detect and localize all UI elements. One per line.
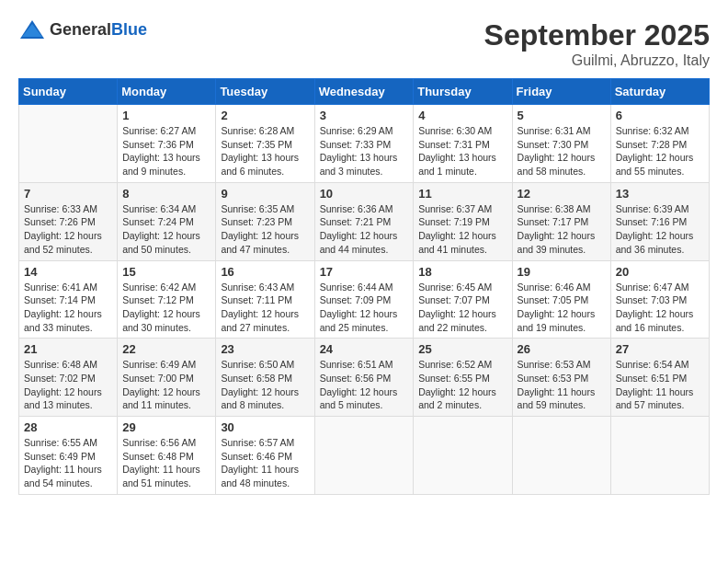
logo-general: General [50,20,111,39]
day-info: Sunrise: 6:32 AMSunset: 7:28 PMDaylight:… [616,124,704,178]
table-row: 3Sunrise: 6:29 AMSunset: 7:33 PMDaylight… [314,105,414,183]
table-row: 29Sunrise: 6:56 AMSunset: 6:48 PMDayligh… [118,417,216,495]
table-row: 7Sunrise: 6:33 AMSunset: 7:26 PMDaylight… [19,182,118,260]
day-number: 12 [518,187,606,201]
calendar-week-row: 21Sunrise: 6:48 AMSunset: 7:02 PMDayligh… [19,339,710,417]
table-row: 21Sunrise: 6:48 AMSunset: 7:02 PMDayligh… [19,339,118,417]
day-number: 4 [418,109,506,122]
table-row: 13Sunrise: 6:39 AMSunset: 7:16 PMDayligh… [610,182,709,260]
day-number: 28 [24,420,112,434]
day-number: 9 [221,187,309,201]
table-row: 2Sunrise: 6:28 AMSunset: 7:35 PMDaylight… [216,105,314,183]
day-number: 5 [518,109,606,122]
day-info: Sunrise: 6:47 AMSunset: 7:03 PMDaylight:… [616,281,704,335]
day-info: Sunrise: 6:29 AMSunset: 7:33 PMDaylight:… [320,124,409,178]
day-number: 15 [122,265,210,279]
day-number: 25 [418,342,506,356]
table-row: 9Sunrise: 6:35 AMSunset: 7:23 PMDaylight… [216,182,314,260]
day-info: Sunrise: 6:50 AMSunset: 6:58 PMDaylight:… [221,358,309,412]
day-number: 19 [518,265,606,279]
day-info: Sunrise: 6:27 AMSunset: 7:36 PMDaylight:… [122,124,210,178]
table-row: 16Sunrise: 6:43 AMSunset: 7:11 PMDayligh… [216,260,314,339]
table-row: 19Sunrise: 6:46 AMSunset: 7:05 PMDayligh… [512,260,610,339]
day-info: Sunrise: 6:51 AMSunset: 6:56 PMDaylight:… [320,358,409,412]
day-info: Sunrise: 6:30 AMSunset: 7:31 PMDaylight:… [418,124,506,178]
day-number: 26 [518,342,606,356]
day-info: Sunrise: 6:43 AMSunset: 7:11 PMDaylight:… [221,281,309,335]
header-wednesday: Wednesday [314,79,414,105]
day-number: 21 [24,342,112,356]
header-sunday: Sunday [19,79,118,105]
table-row: 8Sunrise: 6:34 AMSunset: 7:24 PMDaylight… [118,182,216,260]
day-number: 18 [418,265,506,279]
table-row: 26Sunrise: 6:53 AMSunset: 6:53 PMDayligh… [512,339,610,417]
table-row [414,417,512,495]
table-row [314,417,414,495]
header-saturday: Saturday [610,79,709,105]
day-info: Sunrise: 6:46 AMSunset: 7:05 PMDaylight:… [518,281,606,335]
day-info: Sunrise: 6:34 AMSunset: 7:24 PMDaylight:… [122,202,210,257]
day-info: Sunrise: 6:44 AMSunset: 7:09 PMDaylight:… [320,281,409,335]
table-row: 23Sunrise: 6:50 AMSunset: 6:58 PMDayligh… [216,339,314,417]
day-number: 1 [122,109,210,122]
day-info: Sunrise: 6:52 AMSunset: 6:55 PMDaylight:… [418,358,506,412]
table-row: 4Sunrise: 6:30 AMSunset: 7:31 PMDaylight… [414,105,512,183]
table-row: 6Sunrise: 6:32 AMSunset: 7:28 PMDaylight… [610,105,709,183]
day-number: 14 [24,265,112,279]
day-number: 30 [221,420,309,434]
day-number: 23 [221,342,309,356]
day-number: 17 [320,265,409,279]
day-info: Sunrise: 6:35 AMSunset: 7:23 PMDaylight:… [221,202,309,257]
day-number: 22 [122,342,210,356]
day-info: Sunrise: 6:56 AMSunset: 6:48 PMDaylight:… [122,436,210,490]
calendar-week-row: 1Sunrise: 6:27 AMSunset: 7:36 PMDaylight… [19,105,710,183]
table-row: 24Sunrise: 6:51 AMSunset: 6:56 PMDayligh… [314,339,414,417]
logo: GeneralBlue [18,18,147,40]
day-info: Sunrise: 6:36 AMSunset: 7:21 PMDaylight:… [320,202,409,257]
header-monday: Monday [118,79,216,105]
table-row: 28Sunrise: 6:55 AMSunset: 6:49 PMDayligh… [19,417,118,495]
calendar-table: Sunday Monday Tuesday Wednesday Thursday… [18,78,710,495]
table-row: 12Sunrise: 6:38 AMSunset: 7:17 PMDayligh… [512,182,610,260]
table-row: 22Sunrise: 6:49 AMSunset: 7:00 PMDayligh… [118,339,216,417]
day-number: 20 [616,265,704,279]
calendar-week-row: 7Sunrise: 6:33 AMSunset: 7:26 PMDaylight… [19,182,710,260]
table-row [512,417,610,495]
table-row [610,417,709,495]
table-row: 20Sunrise: 6:47 AMSunset: 7:03 PMDayligh… [610,260,709,339]
day-info: Sunrise: 6:31 AMSunset: 7:30 PMDaylight:… [518,124,606,178]
table-row: 17Sunrise: 6:44 AMSunset: 7:09 PMDayligh… [314,260,414,339]
day-number: 29 [122,420,210,434]
table-row: 15Sunrise: 6:42 AMSunset: 7:12 PMDayligh… [118,260,216,339]
day-info: Sunrise: 6:48 AMSunset: 7:02 PMDaylight:… [24,358,112,412]
header-thursday: Thursday [414,79,512,105]
day-number: 13 [616,187,704,201]
table-row: 1Sunrise: 6:27 AMSunset: 7:36 PMDaylight… [118,105,216,183]
header-friday: Friday [512,79,610,105]
day-info: Sunrise: 6:42 AMSunset: 7:12 PMDaylight:… [122,281,210,335]
logo-blue: Blue [111,20,147,39]
day-number: 10 [320,187,409,201]
day-info: Sunrise: 6:45 AMSunset: 7:07 PMDaylight:… [418,281,506,335]
header-tuesday: Tuesday [216,79,314,105]
day-info: Sunrise: 6:37 AMSunset: 7:19 PMDaylight:… [418,202,506,257]
day-number: 16 [221,265,309,279]
day-info: Sunrise: 6:49 AMSunset: 7:00 PMDaylight:… [122,358,210,412]
table-row: 10Sunrise: 6:36 AMSunset: 7:21 PMDayligh… [314,182,414,260]
day-info: Sunrise: 6:57 AMSunset: 6:46 PMDaylight:… [221,436,309,490]
table-row: 14Sunrise: 6:41 AMSunset: 7:14 PMDayligh… [19,260,118,339]
day-number: 11 [418,187,506,201]
day-number: 6 [616,109,704,122]
title-area: September 2025 Guilmi, Abruzzo, Italy [484,18,710,69]
day-info: Sunrise: 6:41 AMSunset: 7:14 PMDaylight:… [24,281,112,335]
table-row: 27Sunrise: 6:54 AMSunset: 6:51 PMDayligh… [610,339,709,417]
day-info: Sunrise: 6:55 AMSunset: 6:49 PMDaylight:… [24,436,112,490]
table-row: 11Sunrise: 6:37 AMSunset: 7:19 PMDayligh… [414,182,512,260]
day-number: 7 [24,187,112,201]
day-number: 8 [122,187,210,201]
day-number: 3 [320,109,409,122]
day-info: Sunrise: 6:39 AMSunset: 7:16 PMDaylight:… [616,202,704,257]
svg-marker-1 [22,24,42,37]
month-title: September 2025 [484,18,710,52]
table-row: 30Sunrise: 6:57 AMSunset: 6:46 PMDayligh… [216,417,314,495]
